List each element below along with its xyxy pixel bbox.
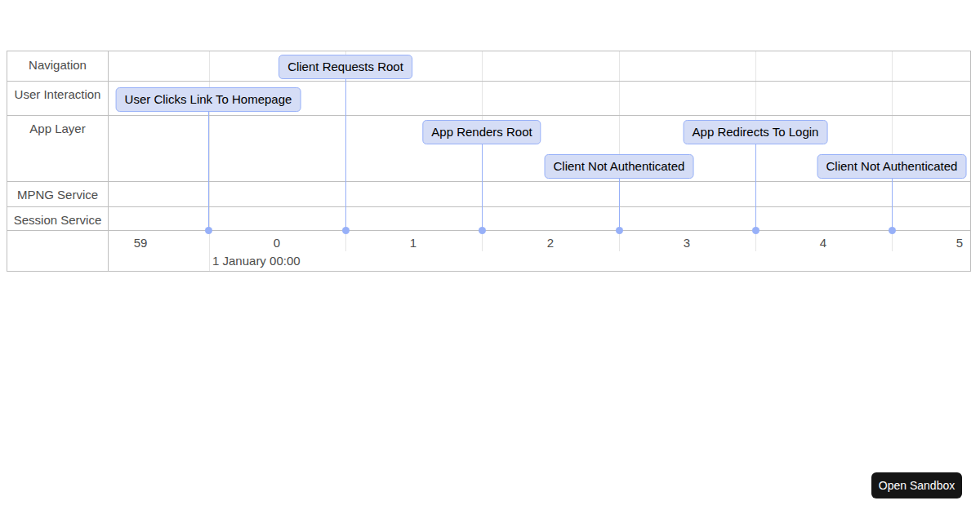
group-label-navigation: Navigation <box>7 51 108 81</box>
item-line <box>619 177 620 230</box>
item-user-clicks-link-to-homepage[interactable]: User Clicks Link To Homepage <box>116 87 301 112</box>
item-line <box>345 78 346 230</box>
item-line <box>755 143 756 230</box>
row-divider <box>7 115 970 116</box>
item-dot <box>479 227 486 234</box>
item-dot <box>752 227 760 234</box>
axis-minor-label: 1 <box>410 235 416 251</box>
group-label-mpng-service: MPNG Service <box>7 181 108 206</box>
axis-minor-label: 4 <box>820 235 826 251</box>
axis-minor-label: 2 <box>547 235 554 251</box>
item-dot <box>616 227 623 234</box>
axis-minor-label: 3 <box>684 235 690 251</box>
item-line <box>892 177 893 230</box>
axis-minor-label: 0 <box>274 235 280 251</box>
item-dot <box>342 227 350 234</box>
axis-major-tick <box>209 230 210 271</box>
item-dot <box>889 227 896 234</box>
axis-line <box>7 230 970 231</box>
page: NavigationUser InteractionApp LayerMPNG … <box>0 0 980 514</box>
axis-major-label: 1 January 00:00 <box>212 253 301 269</box>
item-app-renders-root[interactable]: App Renders Root <box>422 120 541 144</box>
item-dot <box>205 227 212 234</box>
row-divider <box>7 81 970 82</box>
row-divider <box>7 181 970 182</box>
grid-line <box>209 51 210 230</box>
row-divider <box>7 206 970 207</box>
timeline-chart: NavigationUser InteractionApp LayerMPNG … <box>7 51 971 272</box>
item-app-redirects-to-login[interactable]: App Redirects To Login <box>684 120 828 144</box>
group-label-user-interaction: User Interaction <box>7 81 108 115</box>
group-label-session-service: Session Service <box>7 206 108 230</box>
item-client-not-authenticated-2[interactable]: Client Not Authenticated <box>817 154 967 179</box>
item-client-not-authenticated-1[interactable]: Client Not Authenticated <box>545 154 694 179</box>
group-label-app-layer: App Layer <box>7 115 108 181</box>
item-client-requests-root[interactable]: Client Requests Root <box>278 55 412 79</box>
axis-minor-label: 5 <box>956 235 963 251</box>
open-sandbox-button[interactable]: Open Sandbox <box>871 472 962 498</box>
group-column-divider <box>108 51 109 271</box>
item-line <box>482 143 483 230</box>
axis-minor-label: 59 <box>134 235 148 251</box>
item-line <box>208 110 209 230</box>
